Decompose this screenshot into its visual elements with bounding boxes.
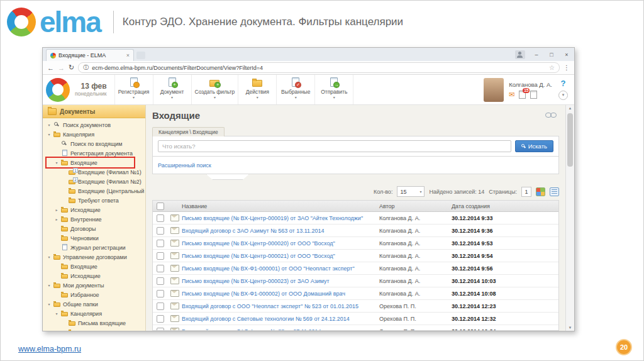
tab-close-icon[interactable]: × [126, 52, 130, 58]
page-number-button[interactable]: 1 [521, 187, 531, 197]
link-chain-icon[interactable] [545, 113, 557, 118]
scroll-down-icon[interactable]: ▼ [569, 326, 572, 330]
sidebar-item-20[interactable]: ▾Канцелярия [44, 309, 144, 318]
url-field[interactable]: ⓘ ecm-demo.elma-bpm.ru/Documents/FilterD… [78, 62, 560, 73]
sidebar-item-16[interactable]: Исходящие [44, 271, 144, 280]
toolbar-button-3[interactable]: Действия▾ [238, 75, 277, 104]
table-row[interactable]: Входящий договор с ЗАО Азимут № 88 от 27… [153, 325, 558, 331]
toolbar-button-4[interactable]: Выбранные▾ [277, 75, 315, 104]
column-name[interactable]: Название [182, 203, 379, 209]
search-input[interactable] [158, 140, 511, 152]
table-row[interactable]: Письмо входящие (№ ВХ-Центр-000023) от З… [153, 275, 558, 287]
sidebar-item-2[interactable]: Поиск по входящим [44, 139, 144, 148]
minimize-button[interactable]: – [529, 48, 544, 61]
table-row[interactable]: Входящий договор с ООО "Неопласт эксперт… [153, 300, 558, 313]
row-checkbox[interactable] [157, 315, 164, 323]
document-link[interactable]: Входящий договор с ООО "Неопласт эксперт… [182, 303, 379, 309]
sidebar-item-10[interactable]: ▸Внутренние [44, 214, 144, 224]
document-link[interactable]: Письмо входящие (№ ВХ-Центр-000023) от З… [182, 278, 379, 284]
toolbar-button-0[interactable]: Регистрация▾ [114, 75, 153, 104]
sidebar-item-3[interactable]: Регистрация документа [44, 148, 144, 158]
browser-tab[interactable]: Входящие - ELMA × [46, 49, 134, 61]
toolbar-button-2[interactable]: Создать фильтр▾ [192, 75, 239, 104]
sidebar-item-12[interactable]: Черновики [44, 233, 144, 243]
tasks-icon[interactable] [530, 91, 537, 99]
row-checkbox[interactable] [157, 227, 164, 235]
scrollbar[interactable]: ▲ ▼ [565, 105, 574, 331]
sidebar-item-21[interactable]: Письма входящие [44, 318, 144, 328]
sidebar-item-11[interactable]: Договоры [44, 224, 144, 233]
sidebar-item-17[interactable]: ▾Мои документы [44, 280, 144, 290]
document-link[interactable]: Письмо входящие (№ ВХ-Ф1-000002) от ООО … [182, 291, 379, 297]
sidebar-item-9[interactable]: ▸Исходящие [44, 205, 144, 214]
window-controls: – □ × [515, 48, 574, 61]
new-tab-button[interactable] [136, 52, 145, 59]
document-link[interactable]: Письмо входящие (№ ВХ-Центр-000020) от О… [182, 240, 379, 247]
column-date[interactable]: Дата создания [452, 203, 558, 209]
sidebar-item-15[interactable]: Входящие [44, 262, 144, 271]
sidebar-item-14[interactable]: ▾Управление договорами [44, 252, 144, 262]
table-row[interactable]: Входящий договор с ЗАО Азимут № 563 от 1… [153, 225, 558, 237]
browser-menu-icon[interactable]: ⋮ [564, 64, 570, 71]
row-checkbox[interactable] [157, 290, 164, 297]
avatar[interactable] [484, 78, 504, 102]
document-link[interactable]: Письмо входящие (№ ВХ-Ф1-000001) от ООО … [182, 265, 379, 272]
row-checkbox[interactable] [157, 214, 164, 222]
table-row[interactable]: Входящий договор с Световые технологии №… [153, 313, 558, 325]
sidebar-item-1[interactable]: ▾Канцелярия [44, 130, 144, 139]
sidebar-item-4[interactable]: ▾Входящие [44, 158, 144, 167]
notifications-icon[interactable]: 15 [519, 91, 526, 99]
maximize-button[interactable]: □ [544, 48, 559, 61]
sidebar-item-8[interactable]: Требуют ответа [44, 196, 144, 205]
row-checkbox[interactable] [157, 277, 164, 285]
sidebar-item-7[interactable]: Входящие (Центральный офис) [44, 186, 144, 196]
profile-icon[interactable] [515, 50, 525, 59]
page-size-select[interactable]: 15 ▾ [397, 186, 425, 197]
breadcrumb-tab[interactable]: Канцелярия \ Входящие [152, 127, 225, 136]
help-icon[interactable]: ? [561, 80, 566, 87]
view-grid-icon[interactable] [536, 187, 545, 196]
info-icon[interactable]: ⓘ [83, 64, 89, 72]
sidebar-item-6[interactable]: Входящие (Филиал №2) [44, 177, 144, 186]
toolbar-button-5[interactable]: Отправить▾ [315, 75, 353, 104]
document-link[interactable]: Письмо входящие (№ ВХ-Центр-000019) от З… [182, 215, 379, 221]
sidebar-item-18[interactable]: Избранное [44, 290, 144, 299]
table-row[interactable]: Письмо входящие (№ ВХ-Центр-000020) от О… [153, 237, 558, 250]
row-checkbox[interactable] [157, 328, 164, 331]
table-row[interactable]: Письмо входящие (№ ВХ-Ф1-000002) от ООО … [153, 287, 558, 300]
document-link[interactable]: Входящий договор с ЗАО Азимут № 563 от 1… [182, 228, 379, 234]
sidebar-item-13[interactable]: Журнал регистрации [44, 243, 144, 252]
document-link[interactable]: Письмо входящие (№ ВХ-Центр-000021) от О… [182, 253, 379, 259]
scrollbar-thumb[interactable] [567, 113, 573, 167]
close-button[interactable]: × [559, 48, 574, 61]
sidebar-header[interactable]: Документы [43, 105, 145, 118]
mail-icon[interactable]: ✉ [509, 91, 514, 97]
elma-app-logo-icon[interactable] [46, 78, 70, 102]
table-row[interactable]: Письмо входящие (№ ВХ-Центр-000019) от З… [153, 212, 558, 225]
table-row[interactable]: Письмо входящие (№ ВХ-Ф1-000001) от ООО … [153, 262, 558, 275]
row-checkbox[interactable] [157, 240, 164, 247]
scroll-up-icon[interactable]: ▲ [569, 106, 572, 110]
footer-link[interactable]: www.elma-bpm.ru [18, 345, 81, 353]
sidebar-item-0[interactable]: ▾Поиск документов [44, 120, 144, 130]
sidebar-item-22[interactable]: Приказы по компании [44, 328, 144, 331]
select-all-checkbox[interactable] [157, 203, 164, 210]
search-button[interactable]: Искать [515, 140, 553, 152]
forward-icon[interactable]: → [58, 64, 65, 72]
sidebar-item-5[interactable]: Входящие (Филиал №1) [44, 167, 144, 177]
toolbar-button-1[interactable]: Документ▾ [153, 75, 192, 104]
advanced-search-link[interactable]: Расширенный поиск [158, 162, 211, 169]
back-icon[interactable]: ← [47, 64, 54, 72]
row-checkbox[interactable] [157, 265, 164, 272]
column-author[interactable]: Автор [379, 203, 452, 209]
bookmark-star-icon[interactable]: ☆ [549, 64, 555, 71]
reload-icon[interactable]: ↻ [69, 64, 74, 72]
row-checkbox[interactable] [157, 252, 164, 260]
sidebar-item-19[interactable]: ▾Общие папки [44, 299, 144, 309]
export-icon[interactable] [550, 187, 559, 196]
document-link[interactable]: Входящий договор с ЗАО Азимут № 88 от 27… [182, 328, 379, 331]
row-checkbox[interactable] [157, 303, 164, 310]
chevron-down-icon[interactable]: ▾ [558, 91, 568, 100]
document-link[interactable]: Входящий договор с Световые технологии №… [182, 316, 379, 322]
table-row[interactable]: Письмо входящие (№ ВХ-Центр-000021) от О… [153, 250, 558, 262]
